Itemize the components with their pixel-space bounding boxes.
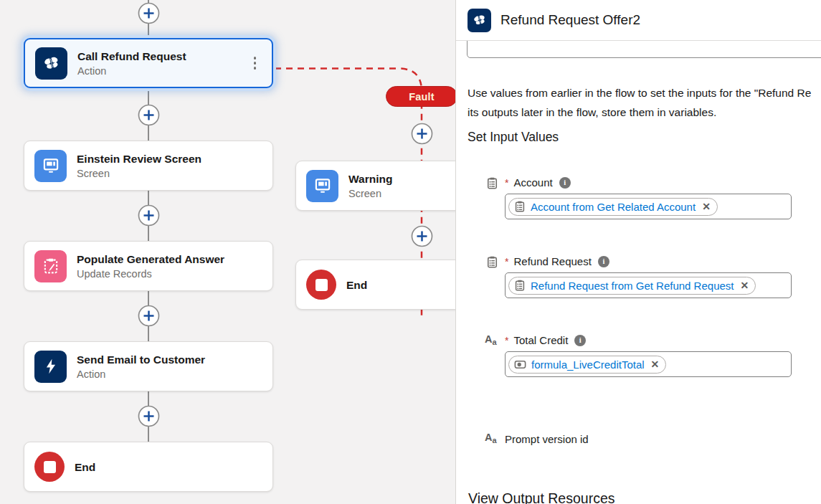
field-label-text: Prompt version id: [505, 433, 589, 445]
node-text: Warning Screen: [348, 172, 392, 199]
node-subtitle: Action: [77, 65, 186, 77]
node-end[interactable]: End: [24, 442, 273, 492]
field-label-account: * Account i: [505, 176, 571, 189]
remove-icon[interactable]: ✕: [741, 280, 749, 290]
add-element-button[interactable]: [138, 104, 160, 126]
node-text: Populate Generated Answer Update Records: [77, 252, 224, 280]
einstein-butterfly-icon: [35, 47, 67, 80]
pill-text: Account from Get Related Account: [531, 201, 696, 213]
node-subtitle: Action: [77, 369, 205, 380]
add-element-button[interactable]: [411, 123, 433, 145]
plus-icon: [138, 2, 160, 24]
node-fault-end[interactable]: End: [295, 260, 482, 310]
total-credit-input[interactable]: formula_LiveCreditTotal ✕: [505, 351, 792, 377]
pill-text: Refund Request from Get Refund Request: [531, 280, 734, 292]
resource-pill-total-credit[interactable]: formula_LiveCreditTotal ✕: [508, 356, 666, 374]
text-type-icon: Aa: [485, 333, 497, 346]
stop-square-icon: [315, 279, 328, 291]
node-text: Einstein Review Screen Screen: [77, 152, 201, 179]
node-title: Send Email to Customer: [77, 353, 205, 366]
resource-pill-account[interactable]: Account from Get Related Account ✕: [508, 198, 718, 216]
screen-icon: [34, 150, 67, 182]
resource-pill-refund-request[interactable]: Refund Request from Get Refund Request ✕: [508, 277, 756, 295]
add-element-button[interactable]: [138, 204, 160, 227]
section-heading: Set Input Values: [468, 130, 559, 145]
add-element-button[interactable]: [138, 305, 160, 327]
node-title: End: [75, 460, 95, 474]
node-subtitle: Screen: [77, 168, 201, 179]
required-asterisk: *: [505, 335, 508, 346]
stop-square-icon: [44, 461, 56, 473]
plus-icon: [138, 104, 160, 126]
required-asterisk: *: [505, 256, 508, 267]
remove-icon[interactable]: ✕: [651, 359, 660, 369]
required-asterisk: *: [505, 177, 508, 189]
record-type-icon: [486, 256, 498, 268]
node-title: Warning: [348, 172, 392, 186]
record-icon: [514, 280, 526, 291]
einstein-butterfly-icon: [468, 9, 491, 32]
node-warning-screen[interactable]: Warning Screen: [295, 161, 482, 211]
node-title: Populate Generated Answer: [77, 252, 224, 266]
add-element-button[interactable]: [138, 2, 160, 24]
plus-icon: [138, 204, 160, 227]
output-resources-heading: View Output Resources: [468, 490, 615, 504]
node-text: Send Email to Customer Action: [77, 353, 205, 380]
field-label-total-credit: * Total Credit i: [505, 334, 586, 346]
plus-icon: [138, 305, 160, 327]
node-text: Call Refund Request Action: [77, 49, 186, 77]
node-menu-button[interactable]: [248, 52, 262, 74]
node-populate-generated-answer[interactable]: Populate Generated Answer Update Records: [24, 241, 273, 291]
node-einstein-review-screen[interactable]: Einstein Review Screen Screen: [24, 141, 273, 191]
node-subtitle: Screen: [348, 188, 392, 199]
pill-text: formula_LiveCreditTotal: [531, 358, 645, 371]
formula-icon: [514, 358, 526, 371]
info-icon[interactable]: i: [574, 335, 586, 346]
fault-badge: Fault: [386, 86, 457, 107]
account-input[interactable]: Account from Get Related Account ✕: [505, 194, 792, 219]
info-icon[interactable]: i: [598, 256, 609, 267]
node-subtitle: Update Records: [77, 268, 224, 280]
panel-title: Refund Request Offer2: [500, 12, 640, 28]
add-element-button[interactable]: [411, 225, 433, 247]
refund-request-input[interactable]: Refund Request from Get Refund Request ✕: [505, 272, 792, 298]
update-records-icon: [34, 250, 67, 282]
add-element-button[interactable]: [138, 405, 160, 427]
field-label-text: Account: [513, 176, 552, 189]
panel-description-line2: its outputs later in the flow, store the…: [468, 106, 716, 119]
lightning-icon: [34, 351, 67, 383]
plus-icon: [411, 225, 433, 247]
node-send-email-to-customer[interactable]: Send Email to Customer Action: [24, 341, 273, 391]
screen-icon: [306, 170, 338, 202]
node-call-refund-request[interactable]: Call Refund Request Action: [24, 38, 273, 88]
node-title: Call Refund Request: [77, 49, 186, 63]
record-type-icon: [486, 177, 498, 189]
info-icon[interactable]: i: [559, 177, 571, 189]
text-type-icon: Aa: [485, 432, 497, 444]
panel-description-line1: Use values from earlier in the flow to s…: [468, 87, 811, 100]
plus-icon: [138, 405, 160, 427]
end-icon: [34, 452, 65, 482]
field-label-prompt-version-id: Prompt version id: [505, 433, 589, 445]
panel-header: Refund Request Offer2: [456, 0, 821, 41]
field-label-text: Total Credit: [513, 334, 568, 346]
node-title: End: [346, 278, 367, 292]
remove-icon[interactable]: ✕: [702, 201, 711, 211]
node-title: Einstein Review Screen: [77, 152, 201, 166]
properties-panel: Refund Request Offer2 Use values from ea…: [455, 0, 821, 504]
field-label-refund-request: * Refund Request i: [505, 255, 609, 267]
end-icon: [306, 270, 336, 300]
record-icon: [514, 201, 526, 212]
plus-icon: [411, 123, 433, 145]
field-label-text: Refund Request: [513, 255, 591, 267]
